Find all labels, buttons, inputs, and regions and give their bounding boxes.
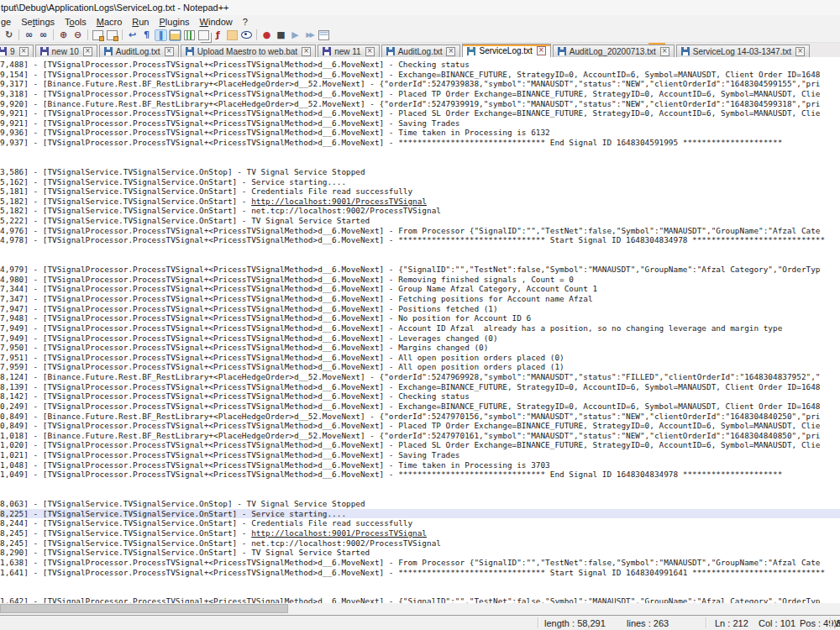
- log-line[interactable]: 8,063] - [TVSignalService.TVSignalServic…: [0, 499, 840, 509]
- find-replace-icon[interactable]: ∞: [37, 29, 50, 41]
- tab-close-icon[interactable]: ×: [83, 47, 92, 56]
- log-line[interactable]: 5,182] - [TVSignalService.TVSignalServic…: [0, 197, 840, 207]
- log-line[interactable]: 4,979] - [TVSignalProcessor.ProcessTVSig…: [0, 265, 840, 275]
- log-line[interactable]: 9,154] - [TVSignalProcessor.ProcessTVSig…: [0, 70, 840, 80]
- log-line[interactable]: 1,021] - [TVSignalProcessor.ProcessTVSig…: [0, 450, 840, 460]
- function-list-icon[interactable]: ƒ: [212, 29, 224, 41]
- log-line[interactable]: 8,290] - [TVSignalService.TVSignalServic…: [0, 548, 840, 558]
- word-wrap-icon[interactable]: ↩: [126, 29, 139, 41]
- log-line-blank[interactable]: [0, 255, 840, 265]
- log-line[interactable]: 8,245] - [TVSignalService.TVSignalServic…: [0, 538, 840, 549]
- log-line[interactable]: 8,139] - [TVSignalProcessor.ProcessTVSig…: [0, 382, 840, 392]
- menu-item-macro[interactable]: Macro: [92, 17, 128, 27]
- log-line-blank[interactable]: [0, 587, 840, 597]
- log-line[interactable]: 9,318] - [TVSignalProcessor.ProcessTVSig…: [0, 89, 840, 99]
- log-line-blank[interactable]: [0, 577, 840, 587]
- log-line-blank[interactable]: [0, 480, 840, 490]
- log-line-url-link[interactable]: http://localhost:9001/ProcessTVSignal: [251, 528, 427, 538]
- tab-servicelog-txt[interactable]: ServiceLog.txt×: [462, 44, 550, 57]
- indent-guide-icon[interactable]: ‖: [155, 29, 167, 41]
- log-line[interactable]: 4,976] - [TVSignalProcessor.ProcessTVSig…: [0, 226, 840, 236]
- log-line[interactable]: 8,244] - [TVSignalService.TVSignalServic…: [0, 518, 840, 528]
- tab-auditlog-txt[interactable]: AuditLog.txt×: [381, 45, 461, 57]
- log-line[interactable]: 7,947] - [TVSignalProcessor.ProcessTVSig…: [0, 304, 840, 314]
- tab-close-icon[interactable]: ×: [302, 47, 311, 56]
- sync-horizontal-icon[interactable]: [106, 29, 118, 41]
- tab-new-11[interactable]: new 11×: [318, 45, 380, 57]
- macro-record-icon[interactable]: ●: [260, 29, 273, 41]
- tab-new-10[interactable]: new 10×: [35, 45, 97, 57]
- tab-upload-maestro-to-web-bat[interactable]: Upload Maestro to web.bat×: [181, 45, 317, 57]
- monitoring-eye-icon[interactable]: [240, 29, 253, 41]
- tab-close-icon[interactable]: ×: [365, 47, 375, 56]
- log-line[interactable]: 7,949] - [TVSignalProcessor.ProcessTVSig…: [0, 323, 840, 333]
- log-line[interactable]: 8,225] - [TVSignalService.TVSignalServic…: [0, 509, 840, 519]
- menu-item-tools[interactable]: Tools: [60, 17, 92, 27]
- log-line-url-link[interactable]: http://localhost:9001/ProcessTVSignal: [251, 197, 427, 206]
- horizontal-scrollbar-thumb[interactable]: [0, 604, 288, 613]
- log-line-blank[interactable]: [0, 148, 840, 158]
- tab-close-icon[interactable]: ×: [446, 47, 455, 56]
- log-line[interactable]: 7,959] - [TVSignalProcessor.ProcessTVSig…: [0, 362, 840, 372]
- function-list-chart-icon[interactable]: [183, 29, 196, 41]
- log-line-blank[interactable]: [0, 245, 840, 255]
- tab-servicelog-14-03-1347-txt[interactable]: ServiceLog 14-03-1347.txt×: [676, 45, 810, 57]
- log-line[interactable]: 1,641] - [TVSignalProcessor.ProcessTVSig…: [0, 568, 840, 578]
- macro-stop-icon[interactable]: ■: [275, 29, 287, 41]
- sync-vertical-icon[interactable]: [92, 29, 104, 41]
- macro-save-icon[interactable]: [318, 29, 330, 41]
- log-line[interactable]: 1,048] - [TVSignalProcessor.ProcessTVSig…: [0, 460, 840, 470]
- log-line[interactable]: 7,344] - [TVSignalProcessor.ProcessTVSig…: [0, 284, 840, 294]
- log-line[interactable]: 1,018] - [Binance.Future.Rest.BF_RestLib…: [0, 431, 840, 441]
- log-line[interactable]: 4,980] - [TVSignalProcessor.ProcessTVSig…: [0, 275, 840, 285]
- log-line-blank[interactable]: [0, 490, 840, 500]
- log-line-blank[interactable]: [0, 157, 840, 167]
- log-line[interactable]: 1,638] - [TVSignalProcessor.ProcessTVSig…: [0, 558, 840, 568]
- log-line[interactable]: 9,317] - [Binance.Future.Rest.BF_RestLib…: [0, 79, 840, 89]
- horizontal-scrollbar[interactable]: [0, 603, 840, 615]
- tab-close-icon[interactable]: ×: [19, 47, 29, 56]
- log-line[interactable]: 1,020] - [TVSignalProcessor.ProcessTVSig…: [0, 440, 840, 450]
- doc-map-icon[interactable]: [169, 29, 181, 41]
- log-line[interactable]: 0,849] - [Binance.Future.Rest.BF_RestLib…: [0, 412, 840, 422]
- log-line[interactable]: 9,937] - [TVSignalProcessor.ProcessTVSig…: [0, 138, 840, 148]
- tab-close-icon[interactable]: ×: [660, 47, 669, 56]
- show-all-characters-icon[interactable]: ¶: [140, 29, 153, 41]
- macro-play-icon[interactable]: ▶: [289, 29, 302, 41]
- menu-item-run[interactable]: Run: [127, 17, 154, 27]
- menu-item-settings[interactable]: Settings: [16, 17, 60, 27]
- tab-close-icon[interactable]: ×: [795, 47, 805, 56]
- tab-auditlog-20200713-txt[interactable]: AuditLog_20200713.txt×: [553, 45, 675, 57]
- redo-icon[interactable]: ↻: [3, 29, 15, 41]
- menu-item-plugins[interactable]: Plugins: [155, 17, 195, 27]
- log-line[interactable]: 7,347] - [TVSignalProcessor.ProcessTVSig…: [0, 294, 840, 304]
- tab-auditlog-txt[interactable]: AuditLog.txt×: [99, 45, 179, 57]
- zoom-in-icon[interactable]: ⊕: [57, 29, 70, 41]
- log-line[interactable]: 9,921] - [TVSignalProcessor.ProcessTVSig…: [0, 118, 840, 129]
- log-line[interactable]: 7,948] - [TVSignalProcessor.ProcessTVSig…: [0, 313, 840, 323]
- log-line[interactable]: 5,222] - [TVSignalService.TVSignalServic…: [0, 216, 840, 226]
- log-line[interactable]: 5,182] - [TVSignalService.TVSignalServic…: [0, 206, 840, 216]
- tab-close-icon[interactable]: ×: [537, 46, 546, 55]
- text-editor-area[interactable]: 7,488] - [TVSignalProcessor.ProcessTVSig…: [0, 57, 840, 603]
- tab-close-icon[interactable]: ×: [165, 47, 174, 56]
- folder-workspace-icon[interactable]: [226, 29, 239, 41]
- log-line[interactable]: 7,949] - [TVSignalProcessor.ProcessTVSig…: [0, 333, 840, 344]
- doc-list-icon[interactable]: [197, 29, 210, 41]
- log-line[interactable]: 7,950] - [TVSignalProcessor.ProcessTVSig…: [0, 343, 840, 353]
- log-line[interactable]: 8,142] - [TVSignalProcessor.ProcessTVSig…: [0, 391, 840, 402]
- menu-item-window[interactable]: Window: [195, 17, 238, 27]
- log-line[interactable]: 9,920] - [Binance.Future.Rest.BF_RestLib…: [0, 99, 840, 109]
- macro-run-multiple-icon[interactable]: ▶▶: [303, 29, 316, 41]
- zoom-out-icon[interactable]: ⊖: [71, 29, 84, 41]
- log-line[interactable]: 5,181] - [TVSignalService.TVSignalServic…: [0, 186, 840, 197]
- log-line[interactable]: 1,642] - [TVSignalProcessor.ProcessTVSig…: [0, 596, 840, 603]
- log-line[interactable]: 3,586] - [TVSignalService.TVSignalServic…: [0, 167, 840, 177]
- log-line[interactable]: 8,124] - [Binance.Future.Rest.BF_RestLib…: [0, 372, 840, 382]
- log-line[interactable]: 7,488] - [TVSignalProcessor.ProcessTVSig…: [0, 60, 840, 70]
- log-line[interactable]: 7,951] - [TVSignalProcessor.ProcessTVSig…: [0, 353, 840, 363]
- tab-9[interactable]: 9×: [0, 45, 34, 57]
- log-line[interactable]: 9,936] - [TVSignalProcessor.ProcessTVSig…: [0, 128, 840, 138]
- log-line[interactable]: 5,162] - [TVSignalService.TVSignalServic…: [0, 177, 840, 187]
- menu-item-ge[interactable]: ge: [0, 17, 16, 27]
